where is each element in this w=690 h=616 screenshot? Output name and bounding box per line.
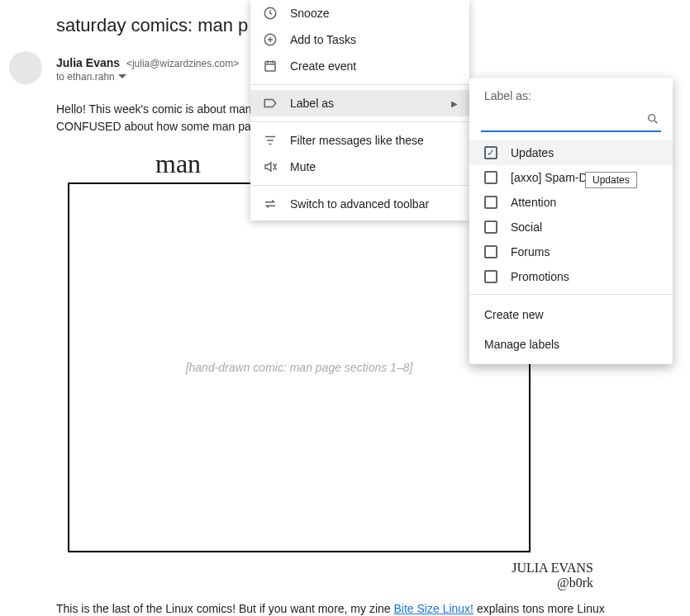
menu-item-add-to-tasks[interactable]: Add to Tasks: [250, 26, 469, 53]
menu-label: Add to Tasks: [290, 33, 356, 46]
manage-labels[interactable]: Manage labels: [469, 329, 673, 359]
menu-item-create-event[interactable]: Create event: [250, 53, 469, 79]
search-icon: [646, 112, 659, 126]
mute-icon: [262, 159, 278, 175]
svg-rect-2: [265, 62, 275, 71]
context-menu: Snooze Add to Tasks Create event Label a…: [250, 0, 469, 220]
label-popup-title: Label as:: [469, 88, 673, 109]
calendar-icon: [262, 58, 278, 74]
label-search-input[interactable]: [481, 111, 661, 132]
checkbox-icon[interactable]: [484, 171, 497, 184]
checkbox-icon[interactable]: [484, 146, 497, 159]
label-name: Attention: [511, 196, 556, 209]
menu-label: Filter messages like these: [290, 134, 424, 147]
menu-separator: [250, 185, 469, 186]
menu-item-mute[interactable]: Mute: [250, 154, 469, 180]
comic-signature: JULIA EVANS @b0rk: [56, 561, 593, 590]
create-new-label[interactable]: Create new: [469, 300, 673, 329]
menu-item-switch-toolbar[interactable]: Switch to advanced toolbar: [250, 191, 469, 217]
recipient-text: to ethan.rahn: [56, 71, 115, 83]
bite-size-linux-link[interactable]: Bite Size Linux!: [394, 602, 474, 615]
label-option-axxo[interactable]: [axxo] Spam-DVDRIP: [469, 165, 673, 190]
label-name: Forums: [511, 245, 550, 258]
label-list: Updates [axxo] Spam-DVDRIP Attention Soc…: [469, 140, 673, 289]
add-task-icon: [262, 31, 278, 48]
checkbox-icon[interactable]: [484, 270, 497, 283]
footer-label: Manage labels: [484, 338, 559, 351]
checkbox-icon[interactable]: [484, 196, 497, 209]
menu-label: Label as: [290, 97, 334, 110]
menu-label: Snooze: [290, 7, 329, 20]
swap-icon: [262, 196, 278, 212]
sender-name: Julia Evans: [56, 56, 120, 69]
label-popup-footer: Create new Manage labels: [469, 294, 673, 364]
menu-item-snooze[interactable]: Snooze: [250, 0, 469, 26]
label-search-field[interactable]: [481, 111, 661, 132]
tooltip: Updates: [585, 172, 637, 188]
menu-separator: [250, 121, 469, 122]
label-option-promotions[interactable]: Promotions: [469, 264, 673, 289]
label-option-social[interactable]: Social: [469, 215, 673, 239]
label-icon: [262, 95, 278, 111]
filter-icon: [262, 132, 278, 149]
chevron-right-icon: ▶: [451, 99, 458, 108]
menu-item-filter[interactable]: Filter messages like these: [250, 127, 469, 154]
comic-image: [hand-drawn comic: man page sections 1–8…: [68, 182, 531, 552]
body-paragraph-2: This is the last of the Linux comics! Bu…: [56, 600, 635, 616]
label-option-updates[interactable]: Updates: [469, 140, 673, 165]
checkbox-icon[interactable]: [484, 245, 497, 258]
menu-label: Create event: [290, 59, 356, 73]
menu-label: Mute: [290, 160, 316, 173]
chevron-down-icon[interactable]: [118, 74, 126, 79]
menu-separator: [250, 84, 469, 85]
footer-label: Create new: [484, 308, 544, 321]
label-name: Promotions: [511, 270, 569, 283]
label-as-popup: Label as: Updates [axxo] Spam-DVDRIP Att…: [469, 78, 673, 364]
clock-icon: [262, 5, 278, 21]
svg-point-3: [649, 115, 655, 121]
label-name: Updates: [511, 146, 554, 159]
avatar[interactable]: [9, 51, 42, 84]
checkbox-icon[interactable]: [484, 220, 497, 234]
menu-label: Switch to advanced toolbar: [290, 197, 429, 211]
menu-item-label-as[interactable]: Label as ▶: [250, 90, 469, 116]
sender-email: <julia@wizardzines.com>: [126, 58, 239, 69]
label-option-forums[interactable]: Forums: [469, 239, 673, 264]
label-option-attention[interactable]: Attention: [469, 190, 673, 215]
label-name: Social: [511, 220, 542, 234]
